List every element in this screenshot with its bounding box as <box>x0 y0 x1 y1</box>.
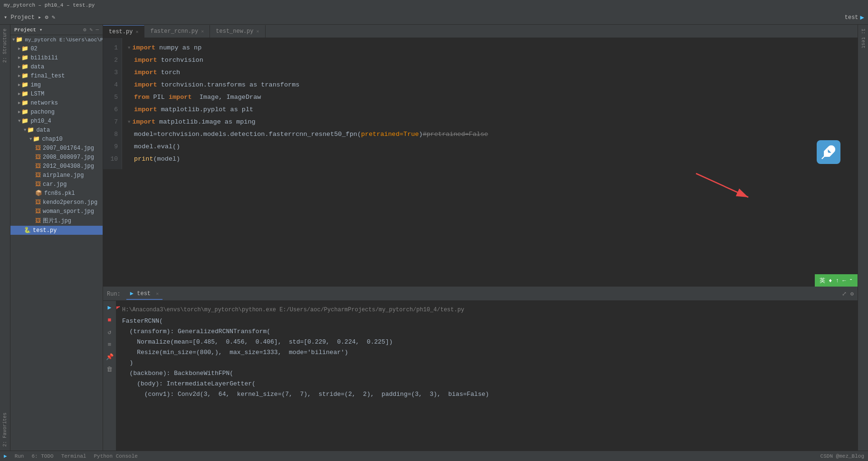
folder-bilibili-icon: 📁 <box>21 54 29 61</box>
ime-indicator[interactable]: 英 ♦ ↑ ← ⁼ <box>815 274 858 287</box>
run-rerun-btn[interactable]: ↺ <box>105 327 114 337</box>
favorites-tab[interactable]: 2: Favorites <box>1 409 9 451</box>
bottom-run-label[interactable]: Run <box>15 453 24 459</box>
tab-faster-rcnn-close[interactable]: ✕ <box>201 29 204 34</box>
right-side-tabs: 1: test <box>858 25 868 451</box>
label-test-py: test.py <box>33 227 57 234</box>
code-line-2: import torchvision <box>128 54 852 67</box>
editor-area: test.py ✕ faster_rcnn.py ✕ test_new.py ✕… <box>103 25 858 451</box>
sidebar-item-lstm[interactable]: ▶ 📁 LSTM <box>10 89 103 98</box>
sidebar-item-pachong[interactable]: ▶ 📁 pachong <box>10 107 103 116</box>
sidebar-item-pkl[interactable]: 📦 fcn8s.pkl <box>10 189 103 198</box>
sidebar-item-ph10-4[interactable]: ▼ 📁 ph10_4 <box>10 116 103 125</box>
red-arrow-annotation <box>687 169 772 207</box>
folder-pachong-icon: 📁 <box>21 108 29 115</box>
run-play-btn[interactable]: ▶ <box>105 303 114 312</box>
label-data: data <box>30 64 44 70</box>
structure-tab[interactable]: 2: Structure <box>1 25 9 67</box>
text-model-eval: model.eval() <box>134 141 180 153</box>
root-folder-icon: 📁 <box>16 36 23 43</box>
sidebar-item-pic1[interactable]: 🖼 图片1.jpg <box>10 216 103 226</box>
tab-test-py[interactable]: test.py ✕ <box>103 25 144 38</box>
run-pin-btn[interactable]: 📌 <box>105 352 114 362</box>
run-config-label[interactable]: test <box>845 14 858 21</box>
sidebar-item-img3[interactable]: 🖼 2012_004308.jpg <box>10 162 103 171</box>
bottom-bar: ▶ Run 6: TODO Terminal Python Console CS… <box>0 451 868 461</box>
run-maximize-icon[interactable]: ⤢ <box>842 290 847 298</box>
sidebar-item-img[interactable]: ▶ 📁 img <box>10 80 103 89</box>
label-img: img <box>30 82 41 88</box>
code-line-7: ▼ import matplotlib.image as mping <box>128 116 852 128</box>
sidebar: Project ▾ ⚙ ✎ ─ ▼ 📁 my_pytorch E:\Users\… <box>10 25 103 451</box>
sidebar-item-car[interactable]: 🖼 car.jpg <box>10 180 103 189</box>
run-controls: test ▶ <box>845 13 864 21</box>
bottom-terminal-label[interactable]: Terminal <box>61 453 86 459</box>
py-icon-test: 🐍 <box>24 227 31 234</box>
tab-test-new[interactable]: test_new.py ✕ <box>210 25 265 38</box>
toolbar: ▾ Project ▸ ⚙ ✎ test ▶ <box>0 10 868 25</box>
sidebar-item-02[interactable]: ▶ 📁 02 <box>10 44 103 53</box>
sidebar-item-woman[interactable]: 🖼 woman_sport.jpg <box>10 207 103 216</box>
sidebar-settings[interactable]: ⚙ ✎ ─ <box>83 27 99 33</box>
tab-test-new-close[interactable]: ✕ <box>257 29 259 34</box>
fn-print: print <box>134 153 153 165</box>
code-line-3: import torch <box>128 67 852 79</box>
text-numpy: numpy as np <box>155 42 201 54</box>
sidebar-item-img1[interactable]: 🖼 2007_001764.jpg <box>10 144 103 153</box>
bottom-run-icon[interactable]: ▶ <box>4 453 7 459</box>
code-line-4: import torchvision.transforms as transfo… <box>128 79 852 91</box>
code-editor[interactable]: 1 2 3 4 5 6 7 8 9 10 ▼ <box>103 38 858 287</box>
main-layout: 2: Structure 2: Favorites Project ▾ ⚙ ✎ … <box>0 25 868 451</box>
sidebar-item-networks[interactable]: ▶ 📁 networks <box>10 98 103 107</box>
code-line-1: ▼ import numpy as np <box>128 42 852 54</box>
tab-faster-rcnn[interactable]: faster_rcnn.py ✕ <box>144 25 210 38</box>
fold-7[interactable]: ▼ <box>128 116 130 128</box>
fold-1[interactable]: ▼ <box>128 42 130 54</box>
tab-test-new-label: test_new.py <box>216 28 253 35</box>
sidebar-item-final-test[interactable]: ▶ 📁 final_test <box>10 71 103 80</box>
sidebar-item-chap10[interactable]: ▼ 📁 chap10 <box>10 134 103 144</box>
text-torch: torch <box>157 67 181 79</box>
text-pil: PIL <box>149 91 169 104</box>
sidebar-item-data[interactable]: ▶ 📁 data <box>10 62 103 71</box>
tab-faster-rcnn-label: faster_rcnn.py <box>150 28 198 35</box>
code-line-6: import matplotlib.pyplot as plt <box>128 104 852 116</box>
run-tab-close[interactable]: ✕ <box>156 291 159 297</box>
folder-lstm-icon: 📁 <box>21 90 29 97</box>
run-scroll-btn[interactable]: ≡ <box>105 340 114 349</box>
label-img1: 2007_001764.jpg <box>43 145 94 152</box>
sidebar-item-bilibili[interactable]: ▶ 📁 bilibili <box>10 53 103 62</box>
root-label: my_pytorch E:\Users\aoc\Pr... <box>25 37 103 43</box>
sidebar-item-test-py[interactable]: 🐍 test.py <box>10 226 103 235</box>
label-airplane: airplane.jpg <box>43 172 84 179</box>
folder-ph10-4-icon: 📁 <box>21 117 29 125</box>
sidebar-item-data2[interactable]: ▼ 📁 data <box>10 125 103 134</box>
text-mping: matplotlib.image as mping <box>155 116 256 128</box>
right-tab-label[interactable]: 1: test <box>859 25 867 52</box>
run-trash-btn[interactable]: 🗑 <box>105 365 114 374</box>
sidebar-item-img2[interactable]: 🖼 2008_008097.jpg <box>10 153 103 162</box>
folder-networks-icon: 📁 <box>21 99 29 106</box>
label-img2: 2008_008097.jpg <box>43 154 94 161</box>
run-tab-test[interactable]: ▶ test ✕ <box>126 288 162 300</box>
sidebar-root[interactable]: ▼ 📁 my_pytorch E:\Users\aoc\Pr... <box>10 35 103 44</box>
text-model-assign: model=torchvision.models.detection.faste… <box>134 128 361 141</box>
run-header-label: Run: <box>107 291 121 298</box>
img-icon-1: 🖼 <box>35 144 41 152</box>
run-settings-icon[interactable]: ⚙ <box>850 290 854 298</box>
ime-text: 英 ♦ ↑ ← ⁼ <box>820 277 853 285</box>
param-pretrained: pretrained=True <box>361 128 419 141</box>
img-icon-airplane: 🖼 <box>35 172 41 179</box>
img-icon-woman: 🖼 <box>35 208 41 215</box>
arrow-pachong: ▶ <box>18 109 20 115</box>
run-stop-btn[interactable]: ■ <box>105 315 114 325</box>
bottom-python-console-label[interactable]: Python Console <box>94 453 137 459</box>
run-button[interactable]: ▶ <box>860 13 864 21</box>
label-02: 02 <box>30 46 37 52</box>
run-header-controls: ⤢ ⚙ <box>842 290 854 298</box>
tab-test-py-close[interactable]: ✕ <box>135 29 138 35</box>
sidebar-item-airplane[interactable]: 🖼 airplane.jpg <box>10 171 103 180</box>
bottom-todo-label[interactable]: 6: TODO <box>31 453 53 459</box>
sidebar-item-kendo[interactable]: 🖼 kendo2person.jpg <box>10 198 103 207</box>
run-path-line: H:\Anaconda3\envs\torch\my_pytorch\pytho… <box>122 305 852 315</box>
